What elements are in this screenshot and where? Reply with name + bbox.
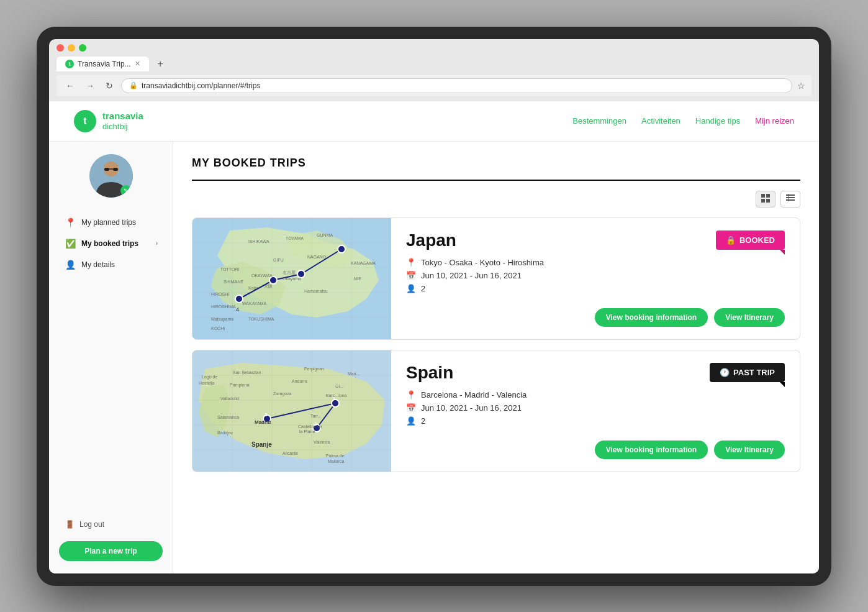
badge-label-japan: BOOKED: [739, 235, 775, 245]
svg-rect-11: [786, 199, 795, 201]
nav-activiteiten[interactable]: Activiteiten: [641, 116, 680, 126]
svg-text:Andorra: Andorra: [292, 379, 307, 383]
calendar-icon-spain: 📅: [406, 403, 416, 413]
svg-text:Mallorca: Mallorca: [328, 459, 345, 464]
trip-header-spain: Spain 🕐 PAST TRIP: [406, 363, 785, 383]
svg-text:KOCHI: KOCHI: [211, 326, 225, 331]
browser-dots: [57, 44, 811, 52]
person-count-icon: 👤: [406, 284, 416, 293]
svg-rect-12: [789, 194, 789, 201]
svg-text:Valladolid: Valladolid: [220, 396, 239, 401]
svg-text:2: 2: [264, 412, 268, 418]
calendar-icon: 📅: [406, 271, 416, 280]
svg-text:SHIMANE: SHIMANE: [224, 280, 243, 284]
nav-links: Bestemmingen Activiteiten Handige tips M…: [572, 116, 794, 126]
sidebar: ✎ 📍 My planned trips ✅ My booked trips ›…: [49, 142, 173, 573]
badge-label-spain: PAST TRIP: [733, 368, 775, 377]
view-itinerary-spain[interactable]: View Itinerary: [714, 441, 785, 459]
svg-text:大阪: 大阪: [264, 284, 273, 288]
svg-rect-6: [766, 194, 770, 198]
trip-dates-row: 📅 Jun 10, 2021 - Jun 16, 2021: [406, 271, 785, 280]
avatar: ✎: [89, 154, 133, 198]
trip-info-japan: Japan 🔒 BOOKED 📍 Tokyo - Osaka - Kyoto -…: [391, 218, 800, 339]
trip-dates-japan: Jun 10, 2021 - Jun 16, 2021: [421, 271, 522, 280]
svg-text:KANAGAWA: KANAGAWA: [351, 261, 376, 265]
logo-area: t transavia dichtbij: [74, 110, 143, 132]
avatar-area: ✎: [59, 154, 163, 198]
browser-content: t transavia dichtbij Bestemmingen Activi…: [49, 101, 819, 573]
plan-new-trip-button[interactable]: Plan a new trip: [59, 541, 163, 561]
svg-text:Hostella: Hostella: [199, 381, 214, 385]
sidebar-label-details: My details: [81, 260, 115, 269]
check-icon: ✅: [65, 239, 75, 249]
back-button[interactable]: ←: [63, 80, 78, 92]
svg-text:Perpignan: Perpignan: [304, 367, 324, 372]
pin-icon: 📍: [65, 217, 75, 227]
url-text: transaviadichtbij.com/planner/#/trips: [142, 81, 260, 90]
svg-text:TOTTORI: TOTTORI: [220, 267, 240, 272]
svg-text:Spanje: Spanje: [251, 441, 272, 448]
chevron-right-icon: ›: [156, 240, 158, 247]
avatar-edit-icon[interactable]: ✎: [120, 185, 132, 196]
svg-text:ISHIKAWA: ISHIKAWA: [248, 239, 269, 244]
browser-chrome: t Transavia Trip... ✕ + ← → ↻ 🔒 transavi…: [49, 39, 819, 101]
sidebar-item-my-details[interactable]: 👤 My details: [59, 255, 163, 275]
trip-card-japan: 4 ISHIKAWA TOYAMA GUNMA TOTTORI GIFU: [192, 217, 800, 340]
trip-map-spain: 1 2 3 Lago de Hostella San Sebastian Per…: [192, 350, 391, 472]
svg-rect-10: [786, 197, 795, 198]
svg-text:San Sebastian: San Sebastian: [233, 370, 261, 375]
trip-dates-spain: Jun 10, 2021 - Jun 16, 2021: [421, 403, 522, 413]
new-tab-button[interactable]: +: [153, 57, 168, 71]
japan-map-bg: 4 ISHIKAWA TOYAMA GUNMA TOTTORI GIFU: [192, 218, 391, 339]
sidebar-item-planned-trips[interactable]: 📍 My planned trips: [59, 212, 163, 232]
svg-text:Mari...: Mari...: [348, 372, 360, 376]
minimize-button[interactable]: [68, 44, 75, 52]
close-button[interactable]: [57, 44, 64, 52]
view-booking-info-spain[interactable]: View booking information: [595, 441, 708, 459]
svg-rect-3: [113, 168, 118, 171]
maximize-button[interactable]: [79, 44, 86, 52]
trip-badge-japan: 🔒 BOOKED: [716, 231, 785, 250]
sidebar-menu: 📍 My planned trips ✅ My booked trips › 👤…: [59, 212, 163, 515]
forward-button[interactable]: →: [83, 80, 97, 92]
logo-text: transavia dichtbij: [102, 111, 143, 132]
svg-text:GIFU: GIFU: [273, 258, 284, 262]
nav-mijn-reizen[interactable]: Mijn reizen: [755, 116, 794, 126]
logout-item[interactable]: 🚪 Log out: [59, 515, 163, 534]
trip-route-row: 📍 Tokyo - Osaka - Kyoto - Hiroshima: [406, 258, 785, 267]
lock-icon: 🔒: [129, 81, 138, 89]
trip-title-japan: Japan: [406, 231, 456, 250]
device-frame: t Transavia Trip... ✕ + ← → ↻ 🔒 transavi…: [37, 27, 831, 586]
spain-map-svg: 1 2 3 Lago de Hostella San Sebastian Per…: [192, 350, 391, 472]
trip-travelers-spain: 2: [421, 416, 425, 426]
grid-view-button[interactable]: [756, 191, 775, 208]
logo-transavia: transavia: [102, 111, 143, 122]
svg-text:HIROSHIMA: HIROSHIMA: [211, 304, 236, 309]
tab-favicon: t: [65, 60, 74, 68]
svg-text:Palma de: Palma de: [326, 454, 345, 458]
location-icon-spain: 📍: [406, 390, 416, 400]
svg-text:Kobe: Kobe: [248, 286, 258, 290]
view-itinerary-japan[interactable]: View Itinerary: [714, 308, 785, 327]
svg-text:TOKUSHIMA: TOKUSHIMA: [248, 317, 274, 321]
spain-map-bg: 1 2 3 Lago de Hostella San Sebastian Per…: [192, 350, 391, 472]
tab-title: Transavia Trip...: [78, 60, 131, 68]
bookmark-icon[interactable]: ☆: [797, 81, 805, 91]
sidebar-item-booked-trips[interactable]: ✅ My booked trips ›: [59, 234, 163, 253]
svg-text:Castellon de: Castellon de: [298, 424, 322, 429]
refresh-button[interactable]: ↻: [102, 80, 116, 92]
address-bar[interactable]: 🔒 transaviadichtbij.com/planner/#/trips: [121, 78, 792, 93]
svg-text:OKAYAMA: OKAYAMA: [251, 273, 273, 278]
trip-travelers-row-spain: 👤 2: [406, 416, 785, 426]
svg-text:Badajoz: Badajoz: [217, 431, 233, 436]
svg-text:Okayama: Okayama: [283, 276, 301, 281]
trip-travelers-row: 👤 2: [406, 284, 785, 293]
nav-handige-tips[interactable]: Handige tips: [695, 116, 740, 126]
active-tab[interactable]: t Transavia Trip... ✕: [57, 57, 149, 71]
svg-text:HIROSHI: HIROSHI: [211, 292, 229, 296]
tab-close-icon[interactable]: ✕: [135, 60, 140, 68]
clock-badge-icon: 🕐: [720, 368, 730, 377]
list-view-button[interactable]: [780, 191, 800, 208]
nav-bestemmingen[interactable]: Bestemmingen: [572, 116, 626, 126]
view-booking-info-japan[interactable]: View booking information: [595, 308, 708, 327]
